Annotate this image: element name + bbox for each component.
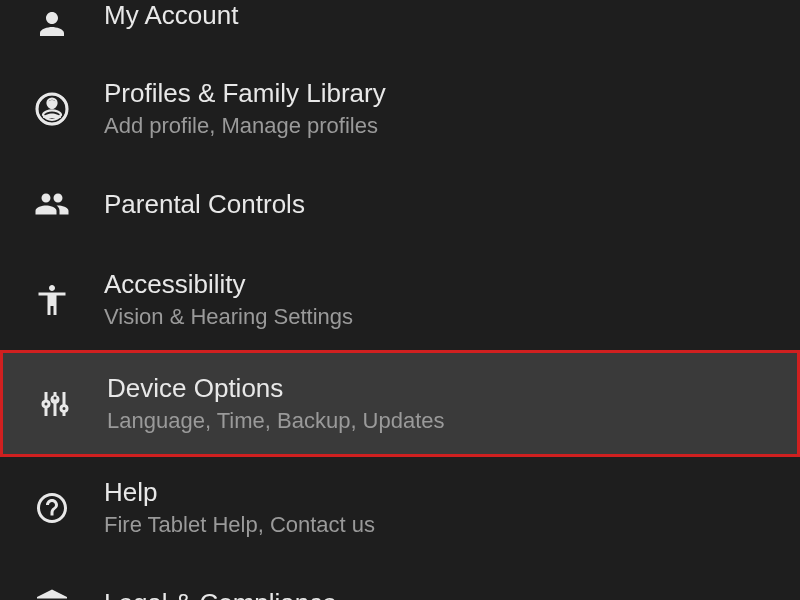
item-text: Device Options Language, Time, Backup, U… [107, 373, 445, 434]
settings-item-device-options[interactable]: Device Options Language, Time, Backup, U… [0, 350, 800, 457]
person-icon [28, 0, 76, 48]
svg-point-1 [48, 100, 57, 109]
help-icon [28, 484, 76, 532]
item-title: Profiles & Family Library [104, 78, 386, 109]
settings-item-my-account[interactable]: My Account [0, 0, 800, 58]
legal-icon [28, 579, 76, 600]
item-title: Parental Controls [104, 189, 305, 220]
item-text: Parental Controls [104, 189, 305, 220]
item-text: Accessibility Vision & Hearing Settings [104, 269, 353, 330]
accessibility-icon [28, 276, 76, 324]
settings-item-profiles[interactable]: Profiles & Family Library Add profile, M… [0, 58, 800, 159]
settings-item-accessibility[interactable]: Accessibility Vision & Hearing Settings [0, 249, 800, 350]
item-text: My Account [104, 0, 238, 31]
item-text: Profiles & Family Library Add profile, M… [104, 78, 386, 139]
settings-item-help[interactable]: Help Fire Tablet Help, Contact us [0, 457, 800, 558]
user-circle-icon [28, 85, 76, 133]
item-subtitle: Vision & Hearing Settings [104, 304, 353, 330]
people-icon [28, 180, 76, 228]
item-title: Accessibility [104, 269, 353, 300]
item-text: Legal & Compliance [104, 588, 337, 601]
settings-list: My Account Profiles & Family Library Add… [0, 0, 800, 600]
item-subtitle: Language, Time, Backup, Updates [107, 408, 445, 434]
settings-item-parental[interactable]: Parental Controls [0, 159, 800, 249]
settings-item-legal[interactable]: Legal & Compliance [0, 558, 800, 600]
item-subtitle: Add profile, Manage profiles [104, 113, 386, 139]
item-title: Device Options [107, 373, 445, 404]
item-title: Legal & Compliance [104, 588, 337, 601]
item-title: My Account [104, 0, 238, 31]
item-title: Help [104, 477, 375, 508]
sliders-icon [31, 380, 79, 428]
item-subtitle: Fire Tablet Help, Contact us [104, 512, 375, 538]
item-text: Help Fire Tablet Help, Contact us [104, 477, 375, 538]
